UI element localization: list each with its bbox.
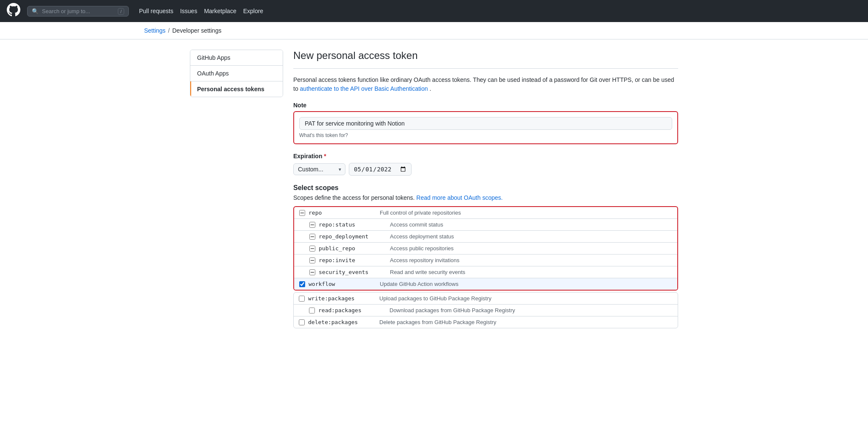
expiration-select-wrapper: Custom... 7 days 30 days 60 days 90 days…: [293, 163, 345, 175]
scope-write-packages-checkbox[interactable]: [299, 296, 305, 302]
sidebar-item-github-apps[interactable]: GitHub Apps: [190, 50, 283, 66]
scope-workflow-name: workflow: [309, 281, 376, 287]
search-icon: 🔍: [32, 8, 39, 14]
scope-read-packages-row: read:packages Download packages from Git…: [294, 305, 678, 316]
scopes-normal-container: write:packages Upload packages to GitHub…: [293, 292, 678, 328]
scope-security-events-checkbox[interactable]: [309, 269, 315, 275]
scope-repo-invite-row: repo:invite Access repository invitation…: [294, 255, 677, 266]
search-kbd: /: [118, 8, 124, 15]
page-title: New personal access token: [293, 50, 678, 69]
expiration-row: Custom... 7 days 30 days 60 days 90 days…: [293, 163, 678, 176]
scope-repo-invite-desc: Access repository invitations: [390, 257, 459, 263]
scope-workflow-checkbox[interactable]: [299, 281, 305, 287]
expiration-select[interactable]: Custom... 7 days 30 days 60 days 90 days…: [293, 163, 345, 175]
note-hint: What's this token for?: [299, 132, 672, 138]
expiration-label: Expiration *: [293, 153, 678, 159]
scope-delete-packages-desc: Delete packages from GitHub Package Regi…: [379, 319, 496, 325]
scopes-highlighted-container: repo Full control of private repositorie…: [293, 206, 678, 291]
scope-repo-deployment-name: repo_deployment: [319, 233, 387, 240]
scope-repo-invite-name: repo:invite: [319, 257, 387, 263]
search-placeholder: Search or jump to...: [42, 8, 90, 14]
expiration-date-input[interactable]: [349, 163, 412, 176]
scope-write-packages-desc: Upload packages to GitHub Package Regist…: [379, 295, 491, 302]
main-container: GitHub Apps OAuth Apps Personal access t…: [180, 50, 688, 337]
scope-repo-status-checkbox[interactable]: [309, 222, 315, 228]
github-logo-icon[interactable]: [7, 3, 20, 19]
topnav: 🔍 Search or jump to... / Pull requests I…: [0, 0, 868, 22]
scope-write-packages-row: write:packages Upload packages to GitHub…: [294, 293, 678, 305]
scope-read-packages-desc: Download packages from GitHub Package Re…: [389, 307, 515, 313]
note-input[interactable]: [299, 117, 672, 130]
topnav-links: Pull requests Issues Marketplace Explore: [139, 8, 263, 14]
auth-link[interactable]: authenticate to the API over Basic Authe…: [300, 85, 428, 92]
scopes-section: Select scopes Scopes define the access f…: [293, 184, 678, 328]
breadcrumb: Settings / Developer settings: [0, 22, 868, 39]
scope-workflow-desc: Update GitHub Action workflows: [380, 281, 459, 287]
scope-repo-checkbox[interactable]: [299, 210, 305, 216]
search-input[interactable]: 🔍 Search or jump to... /: [27, 6, 129, 17]
scope-write-packages-name: write:packages: [308, 295, 376, 302]
sidebar-item-personal-access-tokens[interactable]: Personal access tokens: [190, 81, 283, 97]
scope-repo-status-row: repo:status Access commit status: [294, 219, 677, 231]
scope-repo-deployment-desc: Access deployment status: [390, 233, 454, 240]
scope-security-events-desc: Read and write security events: [390, 269, 465, 275]
scope-security-events-name: security_events: [319, 269, 387, 275]
scopes-description: Scopes define the access for personal to…: [293, 194, 678, 201]
breadcrumb-current: Developer settings: [172, 27, 221, 34]
scope-delete-packages-checkbox[interactable]: [299, 319, 305, 325]
scope-workflow-row: workflow Update GitHub Action workflows: [294, 278, 677, 290]
scope-repo-desc: Full control of private repositories: [380, 210, 461, 216]
scope-repo-invite-checkbox[interactable]: [309, 257, 315, 263]
scope-repo-deployment-row: repo_deployment Access deployment status: [294, 231, 677, 243]
scope-repo-status-name: repo:status: [319, 221, 387, 228]
expiration-required-marker: *: [324, 153, 326, 159]
description: Personal access tokens function like ord…: [293, 76, 678, 93]
sidebar-item-oauth-apps[interactable]: OAuth Apps: [190, 66, 283, 81]
scope-read-packages-checkbox[interactable]: [309, 308, 315, 313]
nav-explore[interactable]: Explore: [243, 8, 263, 14]
content-area: New personal access token Personal acces…: [293, 50, 678, 337]
scopes-title: Select scopes: [293, 184, 678, 192]
breadcrumb-separator: /: [168, 27, 170, 34]
expiration-section: Expiration * Custom... 7 days 30 days 60…: [293, 153, 678, 176]
nav-issues[interactable]: Issues: [180, 8, 197, 14]
scope-repo-name: repo: [309, 210, 376, 216]
scope-delete-packages-row: delete:packages Delete packages from Git…: [294, 316, 678, 328]
nav-marketplace[interactable]: Marketplace: [204, 8, 236, 14]
scope-public-repo-row: public_repo Access public repositories: [294, 243, 677, 255]
scope-delete-packages-name: delete:packages: [308, 319, 376, 325]
note-label: Note: [293, 102, 678, 109]
nav-pull-requests[interactable]: Pull requests: [139, 8, 173, 14]
breadcrumb-settings-link[interactable]: Settings: [144, 27, 166, 34]
sidebar: GitHub Apps OAuth Apps Personal access t…: [190, 50, 283, 97]
scope-repo-row: repo Full control of private repositorie…: [294, 207, 677, 219]
oauth-scopes-link[interactable]: Read more about OAuth scopes.: [416, 194, 503, 201]
note-highlight-wrapper: What's this token for?: [293, 111, 678, 144]
scope-repo-deployment-checkbox[interactable]: [309, 234, 315, 240]
scope-repo-status-desc: Access commit status: [390, 221, 443, 228]
scope-public-repo-checkbox[interactable]: [309, 246, 315, 252]
scope-public-repo-desc: Access public repositories: [390, 245, 453, 252]
note-section: Note What's this token for?: [293, 102, 678, 144]
scope-read-packages-name: read:packages: [318, 307, 386, 313]
scope-security-events-row: security_events Read and write security …: [294, 266, 677, 278]
scope-public-repo-name: public_repo: [319, 245, 387, 252]
